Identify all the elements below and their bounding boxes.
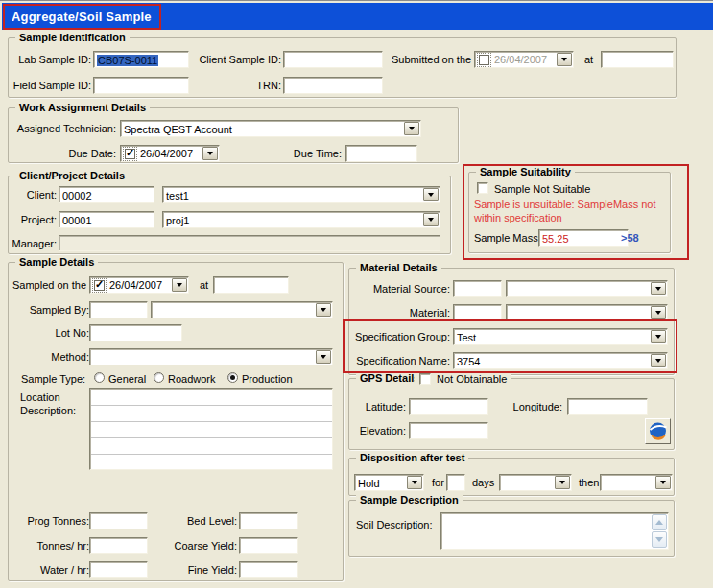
aggregate-soil-sample-form: Aggregate/Soil Sample Sample Identificat…: [0, 0, 713, 588]
scroll-up-button[interactable]: [652, 514, 667, 530]
spec-name-combo[interactable]: 3754: [453, 352, 668, 369]
chevron-down-icon[interactable]: [651, 282, 666, 295]
spec-group-combo[interactable]: Test: [453, 328, 668, 345]
chevron-down-icon[interactable]: [404, 122, 419, 135]
chevron-down-icon[interactable]: [651, 354, 666, 367]
material-combo[interactable]: [506, 304, 668, 321]
group-work-assignment: Work Assignment Details Assigned Technic…: [8, 107, 459, 163]
not-obtainable-label: Not Obtainable: [437, 373, 507, 385]
disposition-then-combo[interactable]: [499, 474, 572, 491]
material-source-code-field[interactable]: [453, 280, 502, 297]
group-client-project: Client/Project Details Client: 00002 tes…: [8, 176, 451, 254]
water-hr-field[interactable]: [89, 561, 148, 578]
group-sample-description: Sample Description Soil Description:: [348, 500, 675, 557]
sample-mass-value: 55.25: [542, 233, 569, 245]
prog-tonnes-field[interactable]: [89, 512, 148, 529]
submitted-time-field[interactable]: [601, 51, 674, 68]
sampled-date-checkbox[interactable]: [94, 280, 105, 291]
lot-no-field[interactable]: [89, 324, 182, 341]
radio-roadwork[interactable]: [154, 372, 164, 383]
trn-field[interactable]: [283, 77, 383, 94]
latitude-field[interactable]: [409, 398, 488, 415]
chevron-down-icon[interactable]: [557, 53, 572, 66]
soil-description-textarea[interactable]: [440, 512, 669, 550]
disposition-action-combo[interactable]: Hold: [354, 474, 424, 491]
sampled-date-picker[interactable]: 26/04/2007: [89, 276, 189, 294]
submitted-date-value: 26/04/2007: [489, 54, 547, 65]
client-name-combo[interactable]: test1: [162, 186, 440, 203]
sampled-by-code-field[interactable]: [89, 301, 148, 318]
project-name-combo[interactable]: proj1: [162, 211, 440, 228]
elevation-label: Elevation:: [353, 425, 406, 437]
page-title: Aggregate/Soil Sample: [12, 10, 152, 24]
method-combo[interactable]: [89, 348, 333, 365]
due-time-field[interactable]: [345, 145, 417, 162]
sample-mass-label: Sample Mass:: [474, 232, 541, 245]
group-title: Client/Project Details: [15, 169, 129, 182]
map-button[interactable]: [645, 418, 671, 444]
gps-not-obtainable: Not Obtainable: [415, 371, 511, 386]
tonnes-hr-field[interactable]: [89, 537, 148, 554]
material-source-label: Material Source:: [353, 283, 450, 295]
chevron-down-icon[interactable]: [172, 278, 187, 292]
sampled-by-combo[interactable]: [151, 301, 333, 318]
sample-not-suitable-checkbox[interactable]: [477, 182, 488, 194]
submitted-date-picker[interactable]: 26/04/2007: [474, 51, 574, 68]
submitted-on-label: Submitted on the: [392, 54, 471, 66]
lab-sample-id-label: Lab Sample ID:: [11, 54, 91, 66]
client-sample-id-field[interactable]: [283, 51, 383, 68]
due-date-checkbox[interactable]: [125, 149, 135, 159]
coarse-yield-field[interactable]: [239, 537, 298, 554]
chevron-down-icon[interactable]: [651, 330, 666, 343]
disposition-days-field[interactable]: [446, 474, 465, 491]
sampled-date-value: 26/04/2007: [105, 279, 162, 291]
chevron-down-icon[interactable]: [316, 303, 331, 317]
for-label: for: [432, 477, 444, 489]
radio-roadwork-label: Roadwork: [168, 373, 216, 386]
method-label: Method:: [12, 351, 89, 364]
group-title: GPS Details: [356, 371, 423, 385]
sampled-by-label: Sampled By:: [12, 304, 89, 317]
group-title: Sample Details: [15, 255, 98, 269]
fine-yield-label: Fine Yield:: [153, 564, 237, 576]
scroll-down-button[interactable]: [652, 531, 667, 548]
fine-yield-field[interactable]: [239, 561, 298, 578]
elevation-field[interactable]: [409, 422, 488, 439]
sampled-at-label: at: [200, 279, 208, 292]
group-disposition: Disposition after test Hold for days the…: [348, 458, 675, 496]
chevron-down-icon[interactable]: [407, 476, 422, 489]
globe-icon: [648, 421, 669, 442]
bed-level-field[interactable]: [239, 512, 298, 529]
submitted-date-checkbox[interactable]: [479, 55, 489, 65]
chevron-down-icon[interactable]: [202, 147, 218, 160]
sampled-time-field[interactable]: [213, 276, 289, 294]
material-source-combo[interactable]: [506, 280, 668, 297]
not-obtainable-checkbox[interactable]: [419, 373, 431, 385]
radio-production[interactable]: [227, 372, 238, 383]
chevron-down-icon[interactable]: [655, 476, 671, 489]
chevron-down-icon[interactable]: [555, 476, 570, 489]
lot-no-label: Lot No:: [12, 327, 89, 340]
location-description-field[interactable]: [89, 388, 333, 470]
due-time-label: Due Time:: [282, 148, 342, 160]
chevron-down-icon[interactable]: [423, 213, 439, 226]
manager-label: Manager:: [9, 238, 57, 250]
sample-mass-field[interactable]: 55.25: [538, 229, 629, 247]
chevron-down-icon[interactable]: [651, 306, 666, 319]
due-date-value: 26/04/2007: [135, 148, 193, 159]
radio-general[interactable]: [94, 372, 105, 383]
disposition-final-combo[interactable]: [600, 474, 673, 491]
group-title: Disposition after test: [356, 451, 468, 464]
material-code-field[interactable]: [453, 304, 502, 321]
check-icon: [95, 279, 104, 290]
assigned-technician-combo[interactable]: Spectra QEST Account: [120, 120, 421, 137]
chevron-down-icon[interactable]: [423, 188, 439, 201]
chevron-down-icon[interactable]: [316, 350, 331, 364]
project-code-field[interactable]: 00001: [59, 211, 154, 228]
longitude-field[interactable]: [567, 398, 648, 415]
due-date-picker[interactable]: 26/04/2007: [120, 145, 220, 162]
client-code-field[interactable]: 00002: [59, 186, 154, 203]
field-sample-id-field[interactable]: [93, 77, 189, 94]
lab-sample-id-field[interactable]: CB07S-0011: [93, 51, 189, 68]
longitude-label: Longitude:: [508, 401, 562, 413]
